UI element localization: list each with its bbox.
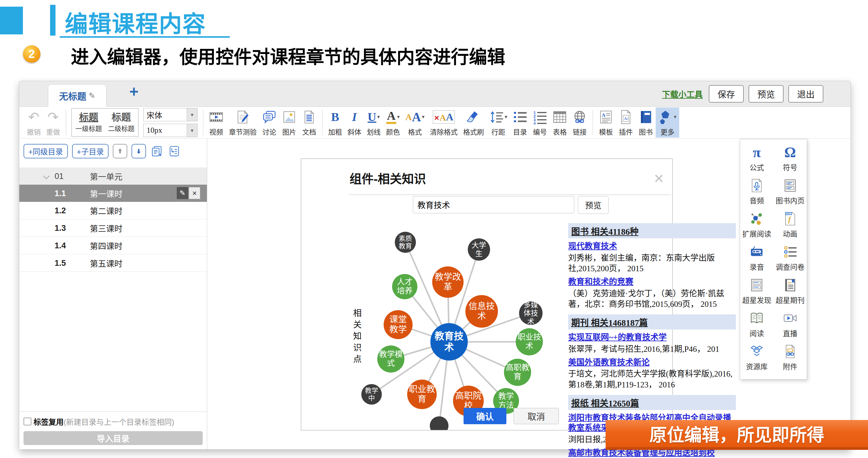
result-link[interactable]: 教育和技术的竞赛 [568, 277, 736, 287]
more-menu-item-audio[interactable]: 音频 [740, 175, 774, 208]
graph-node[interactable]: 教学模式 [377, 345, 404, 373]
toolbar-toc-button[interactable]: 目录 [510, 108, 530, 138]
toolbar-button-label: 图书 [639, 126, 653, 137]
edit-chapter-button[interactable]: ✎ [177, 187, 188, 199]
graph-node[interactable]: 多媒体技术 [519, 301, 542, 325]
toolbar-more-button[interactable]: ▾更多 [656, 108, 679, 138]
save-button[interactable]: 保存 [709, 85, 744, 102]
toolbar-bold-button[interactable]: B加粗 [326, 108, 345, 138]
graph-node[interactable]: 课堂教学 [384, 310, 412, 339]
more-menu-item-attach[interactable]: 附件 [774, 341, 807, 374]
tree-item-1.4[interactable]: 1.4第四课时 [19, 237, 207, 254]
move-down-button[interactable] [131, 144, 146, 158]
add-child-button[interactable]: +子目录 [72, 144, 109, 158]
undo-button[interactable]: ↶ 撤销 [24, 108, 43, 138]
tree-item-1.2[interactable]: 1.2第二课时 [19, 202, 207, 219]
toolbar-table-button[interactable]: 表格 [550, 108, 570, 138]
tab-untitled[interactable]: 无标题 ✎ [48, 84, 106, 107]
result-link[interactable]: 实现互联网~+的教育技术学 [568, 333, 736, 343]
heading1-button[interactable]: 标题 一级标题 [75, 112, 102, 132]
numlist-icon: 1234 [533, 109, 547, 125]
tree-item-01[interactable]: 01第一单元 [19, 167, 207, 185]
result-section-header: 期刊 相关1468187篇 [568, 314, 736, 330]
confirm-button[interactable]: 确认 [464, 408, 506, 424]
toolbar-plugin-button[interactable]: A:插件 [616, 108, 636, 138]
more-menu-item-label: 图书内页 [776, 195, 805, 206]
preview-button[interactable]: 预览 [749, 85, 783, 102]
more-menu-item-live[interactable]: 直播 [774, 308, 807, 341]
exit-button[interactable]: 退出 [788, 85, 824, 102]
result-link[interactable]: 美国外语教育技术新论 [568, 358, 736, 368]
toolbar-clearformat-button[interactable]: ×AA清除格式 [427, 108, 461, 138]
toolbar-doc-button[interactable]: 文档 [299, 108, 319, 138]
download-tool-link[interactable]: 下载小工具 [662, 88, 703, 100]
tree-item-1.3[interactable]: 1.3第三课时 [19, 219, 207, 237]
chevron-down-icon[interactable] [43, 173, 50, 179]
font-size-select[interactable]: 10px ▼ [143, 124, 197, 137]
toolbar-video-button[interactable]: 视频 [206, 108, 226, 138]
more-menu-item-repo[interactable]: 资源库 [740, 341, 774, 374]
toolbar-quiz-button[interactable]: 章节测验 [226, 108, 259, 138]
toolbar-link-button[interactable]: 链接 [570, 108, 590, 138]
toolbar-underline-button[interactable]: U▾划线 [364, 108, 383, 138]
tag-reuse-checkbox[interactable] [24, 418, 31, 425]
graph-node[interactable]: 教学改革 [432, 267, 464, 298]
more-menu-item-label: 超星发现 [742, 295, 771, 305]
toolbar-format-button[interactable]: AA▾格式 [403, 108, 427, 138]
color-icon: A▾ [386, 109, 400, 125]
close-icon[interactable]: × [654, 170, 664, 187]
record-icon [750, 244, 764, 260]
toolbar-numlist-button[interactable]: 1234编号 [530, 108, 550, 138]
more-menu-item-pi[interactable]: π公式 [740, 142, 774, 175]
more-menu-item-survey[interactable]: 调查问卷 [774, 241, 807, 275]
modal-preview-button[interactable]: 预览 [578, 196, 609, 214]
tree-item-1.1[interactable]: 1.1第一课时✎× [19, 185, 207, 202]
svg-text:A: A [602, 112, 606, 118]
more-menu-item-label: 扩展阅读 [742, 228, 771, 239]
copy-directory-button[interactable] [150, 145, 163, 158]
toolbar-discuss-button[interactable]: 讨论 [259, 108, 279, 138]
cancel-button[interactable]: 取消 [514, 408, 559, 424]
tree-item-label: 第二课时 [90, 205, 122, 216]
graph-node[interactable]: 信息技术 [465, 295, 498, 328]
result-link[interactable]: 现代教育技术 [568, 241, 736, 252]
more-menu-item-read[interactable]: 阅读 [740, 308, 774, 341]
toolbar-italic-button[interactable]: I斜体 [345, 108, 364, 138]
graph-center-node[interactable]: 教育技术 [430, 323, 468, 361]
add-tab-button[interactable]: + [129, 84, 138, 99]
graph-node[interactable]: 职业技术 [516, 328, 543, 356]
graph-node[interactable]: 人才培养 [392, 274, 417, 299]
move-up-button[interactable] [113, 144, 127, 158]
tab-bar: 无标题 ✎ + 下载小工具 保存 预览 退出 [19, 81, 850, 107]
graph-node[interactable]: 大学生 [468, 238, 490, 261]
toolbar-image-button[interactable]: 图片 [279, 108, 299, 138]
toolbar-template-button[interactable]: A模板 [596, 108, 616, 138]
toolbar-linespace-button[interactable]: ▾行距 [487, 108, 510, 138]
underline-icon: U▾ [368, 109, 380, 125]
heading2-button[interactable]: 标题 二级标题 [108, 112, 134, 132]
graph-node[interactable]: 职业教育 [407, 379, 437, 409]
graph-node[interactable]: 素质教育 [395, 232, 416, 253]
more-menu-item-extread[interactable]: 扩展阅读 [740, 208, 774, 241]
more-menu-item-bookpage[interactable]: 图书内页 [774, 175, 807, 208]
graph-node[interactable]: 高职教育 [504, 359, 531, 386]
redo-button[interactable]: ↷ 重做 [43, 108, 63, 138]
more-menu-item-record[interactable]: 录音 [740, 241, 774, 275]
graph-node[interactable]: 教学中 [361, 384, 382, 405]
search-input[interactable] [413, 196, 574, 213]
toolbar-color-button[interactable]: A▾颜色 [383, 108, 403, 138]
more-menu-item-omega[interactable]: Ω符号 [774, 142, 807, 175]
add-sibling-button[interactable]: +同级目录 [24, 144, 68, 158]
more-menu-item-cxjournal[interactable]: 超星期刊 [774, 275, 807, 308]
import-structure-button[interactable] [168, 145, 181, 158]
import-directory-button[interactable]: 导入目录 [24, 431, 203, 445]
more-menu-item-cxdiscover[interactable]: 超星发现 [740, 275, 774, 308]
tree-item-1.5[interactable]: 1.5第五课时 [19, 254, 207, 272]
font-family-select[interactable]: 宋体 ▼ [143, 108, 197, 121]
delete-chapter-button[interactable]: × [189, 187, 200, 199]
toolbar-brush-button[interactable]: 格式刷 [461, 108, 487, 138]
more-menu-item-label: 阅读 [749, 328, 764, 338]
toolbar-button-label: 插件 [619, 126, 633, 137]
more-menu-item-anim[interactable]: f动画 [774, 208, 807, 241]
toolbar-book-button[interactable]: 图书 [636, 108, 656, 138]
